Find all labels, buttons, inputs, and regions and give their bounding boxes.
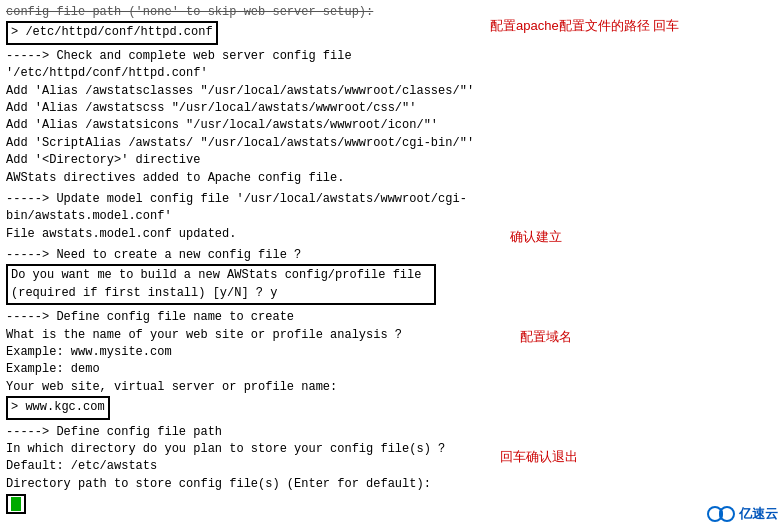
annotation-4: 回车确认退出 <box>500 448 578 466</box>
annotations-area: 配置apache配置文件的路径 回车 确认建立 配置域名 回车确认退出 <box>490 0 783 527</box>
terminal-default-etc: Default: /etc/awstats <box>6 458 484 475</box>
terminal-update-model: -----> Update model config file '/usr/lo… <box>6 191 484 226</box>
terminal-example1: Example: www.mysite.com <box>6 344 484 361</box>
annotation-3: 配置域名 <box>520 328 572 346</box>
logo-main-text: 亿速云 <box>739 505 778 523</box>
terminal-line-strikethrough: config file path ('none' to skip web ser… <box>6 4 484 21</box>
terminal-file-model: File awstats.model.conf updated. <box>6 226 484 243</box>
terminal-add4: Add 'ScriptAlias /awstats/ "/usr/local/a… <box>6 135 484 152</box>
logo-text-area: 亿速云 <box>739 505 778 523</box>
screen: config file path ('none' to skip web ser… <box>0 0 783 527</box>
input-path-box[interactable]: > /etc/httpd/conf/httpd.conf <box>6 21 218 44</box>
annotation-2: 确认建立 <box>510 228 562 246</box>
logo-icon <box>707 503 735 525</box>
terminal-add6: AWStats directives added to Apache confi… <box>6 170 484 187</box>
cursor-block <box>11 497 21 511</box>
terminal-define-path: -----> Define config file path <box>6 424 484 441</box>
logo-area: 亿速云 <box>707 503 778 525</box>
terminal-area: config file path ('none' to skip web ser… <box>0 0 490 527</box>
terminal-dir-path: Directory path to store config file(s) (… <box>6 476 484 493</box>
input-domain-box[interactable]: > www.kgc.com <box>6 396 110 419</box>
annotation-1: 配置apache配置文件的路径 回车 <box>490 18 760 35</box>
cursor-input-box[interactable] <box>6 494 26 514</box>
terminal-add3: Add 'Alias /awstatsicons "/usr/local/aws… <box>6 117 484 134</box>
terminal-check-section: -----> Check and complete web server con… <box>6 48 484 83</box>
terminal-what-name: What is the name of your web site or pro… <box>6 327 484 344</box>
terminal-add2: Add 'Alias /awstatscss "/usr/local/awsta… <box>6 100 484 117</box>
terminal-your-web: Your web site, virtual server or profile… <box>6 379 484 396</box>
terminal-define-config: -----> Define config file name to create <box>6 309 484 326</box>
input-build-box[interactable]: Do you want me to build a new AWStats co… <box>6 264 436 305</box>
terminal-add1: Add 'Alias /awstatsclasses "/usr/local/a… <box>6 83 484 100</box>
terminal-which-dir: In which directory do you plan to store … <box>6 441 484 458</box>
terminal-example2: Example: demo <box>6 361 484 378</box>
terminal-need-create: -----> Need to create a new config file … <box>6 247 484 264</box>
terminal-add5: Add '<Directory>' directive <box>6 152 484 169</box>
